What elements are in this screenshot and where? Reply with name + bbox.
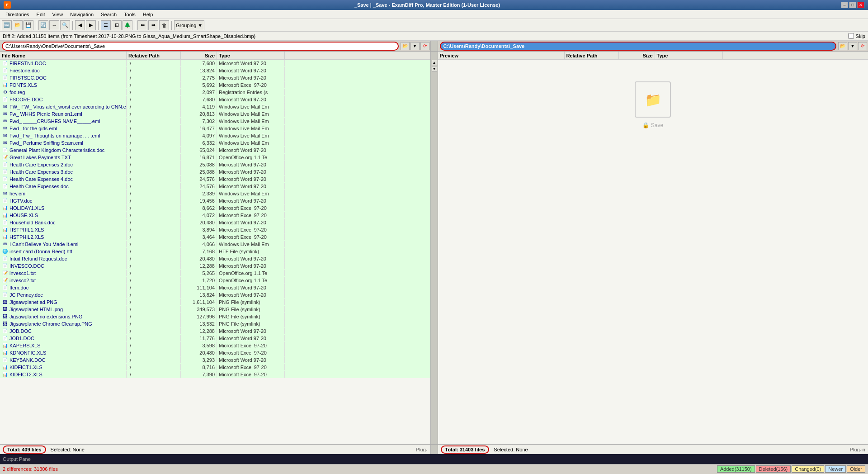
view-tree-button[interactable]: 🌲 [123,20,132,30]
table-row[interactable]: 📊 HSTPHIL2.XLS :\ 3,464 Microsoft Excel … [0,233,430,241]
table-row[interactable]: 📄 FIRESTN1.DOC :\ 7,680 Microsoft Word 9… [0,60,430,67]
divider-nav-down[interactable]: ▼ [432,66,437,71]
table-row[interactable]: 📄 FIRSTSEC.DOC :\ 2,775 Microsoft Word 9… [0,74,430,81]
relpath-cell: :\ [127,248,181,255]
table-row[interactable]: 🖼 Jigsawplanet ad.PNG :\ 1,611,104 PNG F… [0,299,430,306]
table-row[interactable]: 📄 Intuit Refund Request.doc :\ 20,480 Mi… [0,255,430,262]
table-row[interactable]: 📄 HGTV.doc :\ 19,456 Microsoft Word 97-2… [0,197,430,204]
menu-search[interactable]: Search [97,11,120,18]
left-total-badge: Total: 409 files [3,446,46,454]
left-col-size[interactable]: Size [181,52,217,59]
table-row[interactable]: ✉ Fwd_ Fw_ Thoughts on marriage. . . .em… [0,132,430,139]
left-path-dropdown[interactable]: ▼ [410,42,420,50]
save-button[interactable]: 💾 [24,20,33,30]
menu-directories[interactable]: Directories [2,11,33,18]
view-detail-button[interactable]: ⊞ [112,20,122,30]
table-row[interactable]: 📊 FONTS.XLS :\ 5,692 Microsoft Excel 97-… [0,81,430,89]
refresh-button[interactable]: 🔄 [38,20,48,30]
table-row[interactable]: 📊 KIDFICT2.XLS :\ 7,390 Microsoft Excel … [0,371,430,378]
copy-left-button[interactable]: ⬅ [137,20,147,30]
menu-help[interactable]: Help [139,11,157,18]
table-row[interactable]: 📊 HOUSE.XLS :\ 4,072 Microsoft Excel 97-… [0,212,430,219]
open-button[interactable]: 📂 [13,20,23,30]
table-row[interactable]: 📄 Household Bank.doc :\ 20,480 Microsoft… [0,219,430,226]
right-col-type[interactable]: Type [655,52,723,59]
left-panel-body[interactable]: 📄 FIRESTN1.DOC :\ 7,680 Microsoft Word 9… [0,60,430,444]
new-button[interactable]: 🆕 [2,20,12,30]
table-row[interactable]: 📝 Great Lakes Payments.TXT :\ 16,871 Ope… [0,154,430,161]
right-path-dropdown[interactable]: ▼ [848,42,857,50]
table-row[interactable]: ✉ Fwd_ Perfume Sniffing Scam.eml :\ 6,33… [0,139,430,147]
table-row[interactable]: 📄 JC Penney.doc :\ 13,824 Microsoft Word… [0,291,430,299]
table-row[interactable]: 🖼 Jigsawplanet no extensions.PNG :\ 127,… [0,313,430,320]
table-row[interactable]: ✉ FW_ FW_ Virus alert_worst ever accordi… [0,103,430,110]
table-row[interactable]: 🖼 Jigsawplanete Chrome Cleanup.PNG :\ 13… [0,320,430,327]
menu-edit[interactable]: Edit [33,11,49,18]
table-row[interactable]: 📄 JOB.DOC :\ 12,288 Microsoft Word 97-20 [0,327,430,335]
path-right: 📂 ▼ ⟳ [438,41,868,51]
table-row[interactable]: 📄 Health Care Expenses 4.doc :\ 24,576 M… [0,175,430,183]
file-icon: ✉ [2,190,8,197]
table-row[interactable]: ✉ Fw_ WHHS Picnic Reunion1.eml :\ 20,813… [0,110,430,118]
left-path-reload[interactable]: ⟳ [420,42,429,50]
right-path-input[interactable] [440,42,837,51]
table-row[interactable]: 📄 FSCORE.DOC :\ 7,680 Microsoft Word 97-… [0,96,430,103]
table-row[interactable]: 📄 General Plant Kingdom Characteristics.… [0,147,430,154]
table-row[interactable]: 📝 invesco2.txt :\ 1,720 OpenOffice.org 1… [0,277,430,284]
minimize-button[interactable]: – [841,2,848,8]
table-row[interactable]: 📄 Item.doc :\ 111,104 Microsoft Word 97-… [0,284,430,291]
table-row[interactable]: 📝 invesco1.txt :\ 5,265 OpenOffice.org 1… [0,270,430,277]
table-row[interactable]: 📊 KAPERS.XLS :\ 3,598 Microsoft Excel 97… [0,342,430,349]
right-browse-button[interactable]: 📂 [838,42,847,50]
maximize-button[interactable]: □ [849,2,856,8]
left-path-input[interactable] [2,42,399,51]
table-row[interactable]: 🖼 Jigsawplanet HTML.png :\ 349,573 PNG F… [0,306,430,313]
table-row[interactable]: 📄 KEYBANK.DOC :\ 3,293 Microsoft Word 97… [0,356,430,364]
relpath-cell: :\ [127,139,181,146]
table-row[interactable]: 📄 JOB1.DOC :\ 11,776 Microsoft Word 97-2… [0,335,430,342]
filter-button[interactable]: 🔍 [60,20,70,30]
right-col-relpath[interactable]: Relative Path [565,52,619,59]
prev-diff-button[interactable]: ◀ [75,20,85,30]
table-row[interactable]: 📄 INVESCO.DOC :\ 12,288 Microsoft Word 9… [0,262,430,270]
menu-view[interactable]: View [49,11,67,18]
delete-button[interactable]: 🗑 [159,20,169,30]
table-row[interactable]: 📊 HOLIDAY1.XLS :\ 8,662 Microsoft Excel … [0,204,430,212]
type-cell: Microsoft Word 97-20 [217,291,285,298]
table-row[interactable]: 📄 Health Care Expenses 3.doc :\ 25,088 M… [0,168,430,175]
right-panel-body[interactable]: 📁 🔒 Save [438,60,868,444]
table-row[interactable]: ✉ Fwd_ for the girls.eml :\ 16,477 Windo… [0,125,430,132]
close-button[interactable]: ✕ [857,2,864,8]
table-row[interactable]: 🌐 insert card (Donna Reed).htf :\ 7,168 … [0,248,430,255]
table-row[interactable]: 📊 KIDFICT1.XLS :\ 8,716 Microsoft Excel … [0,364,430,371]
left-col-type[interactable]: Type [217,52,285,59]
table-row[interactable]: ✉ I Can't Believe You Made It.eml :\ 4,0… [0,241,430,248]
table-row[interactable]: 📄 Health Care Expenses 2.doc :\ 25,088 M… [0,161,430,168]
file-icon: 🖼 [2,306,8,313]
table-row[interactable]: ⚙ foo.reg :\ 2,097 Registration Entries … [0,89,430,96]
swap-button[interactable]: ↔ [49,20,59,30]
left-col-relpath[interactable]: Relative Path [127,52,181,59]
skip-checkbox[interactable] [848,33,854,39]
copy-right-button[interactable]: ➡ [148,20,158,30]
menu-tools[interactable]: Tools [120,11,139,18]
view-list-button[interactable]: ☰ [101,20,111,30]
file-icon: 📄 [2,169,8,175]
left-browse-button[interactable]: 📂 [401,42,410,50]
grouping-button[interactable]: Grouping ▼ [174,20,204,30]
size-cell: 13,532 [181,320,217,327]
table-row[interactable]: ✉ Fwd_ _____CRUSHES NAME_____.eml :\ 7,3… [0,118,430,125]
menu-navigation[interactable]: Navigation [66,11,97,18]
next-diff-button[interactable]: ▶ [86,20,96,30]
left-col-filename[interactable]: File Name [0,52,127,59]
table-row[interactable]: ✉ hey.eml :\ 2,339 Windows Live Mail Em [0,190,430,197]
table-row[interactable]: 📄 Health Care Expenses.doc :\ 24,576 Mic… [0,183,430,190]
divider-nav-up[interactable]: ▲ [432,60,437,65]
filename-text: Health Care Expenses 4.doc [9,176,73,182]
table-row[interactable]: 📄 Firestone.doc :\ 13,824 Microsoft Word… [0,67,430,74]
table-row[interactable]: 📊 KDNONFIC.XLS :\ 20,480 Microsoft Excel… [0,349,430,356]
right-path-reload[interactable]: ⟳ [858,42,867,50]
table-row[interactable]: 📊 HSTPHIL1.XLS :\ 3,894 Microsoft Excel … [0,226,430,233]
right-col-size[interactable]: Size [619,52,655,59]
right-col-preview[interactable]: Preview [438,52,565,59]
